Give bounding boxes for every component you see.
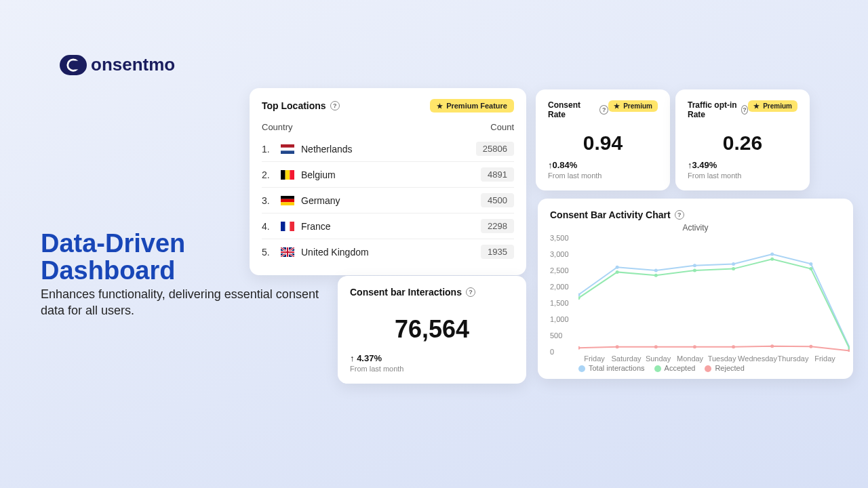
x-tick: Friday <box>809 354 841 363</box>
x-tick: Thursday <box>777 354 809 363</box>
star-icon: ★ <box>437 102 443 110</box>
svg-point-31 <box>578 346 580 350</box>
consent-rate-title: Consent Rate ? <box>548 100 608 119</box>
x-tick: Friday <box>578 354 610 363</box>
flag-icon <box>281 196 294 205</box>
x-tick: Wednesday <box>738 354 777 363</box>
svg-point-29 <box>809 267 812 270</box>
traffic-rate-value: 0.26 <box>688 131 797 155</box>
x-tick: Tuesday <box>706 354 738 363</box>
help-icon[interactable]: ? <box>599 105 608 115</box>
svg-point-34 <box>693 345 696 348</box>
location-rank: 3. <box>262 195 274 206</box>
help-icon[interactable]: ? <box>466 287 475 297</box>
traffic-rate-card: Traffic opt-in Rate ? ★ Premium 0.26 ↑3.… <box>675 89 810 190</box>
svg-rect-12 <box>285 222 290 231</box>
location-name: France <box>301 221 474 232</box>
x-tick: Monday <box>674 354 706 363</box>
y-tick: 3,000 <box>550 250 569 258</box>
flag-icon <box>281 144 294 154</box>
svg-point-32 <box>616 345 619 348</box>
location-name: Belgium <box>301 169 474 180</box>
legend-total: Total interactions <box>578 364 645 372</box>
location-name: Germany <box>301 195 474 206</box>
activity-chart-card: Consent Bar Activity Chart ? Activity 3,… <box>538 199 853 379</box>
svg-rect-11 <box>281 222 285 231</box>
consent-rate-change: ↑0.84% <box>548 160 658 170</box>
svg-rect-10 <box>281 202 294 205</box>
location-rank: 1. <box>262 144 274 155</box>
brand-logo: onsentmo <box>60 54 175 75</box>
location-row: 2.Belgium4891 <box>262 162 514 188</box>
svg-point-28 <box>770 258 774 261</box>
y-tick: 2,000 <box>550 283 569 291</box>
star-icon: ★ <box>753 102 760 110</box>
traffic-rate-title: Traffic opt-in Rate ? <box>688 100 748 119</box>
location-row: 1.Netherlands25806 <box>262 136 514 162</box>
svg-point-24 <box>616 270 619 274</box>
premium-badge[interactable]: ★ Premium Feature <box>430 99 514 113</box>
location-row: 3.Germany4500 <box>262 188 514 214</box>
svg-rect-7 <box>290 170 294 180</box>
y-tick: 3,500 <box>550 234 569 242</box>
top-locations-card: Top Locations ? ★ Premium Feature Countr… <box>250 88 526 275</box>
location-count: 4891 <box>481 167 514 182</box>
svg-point-17 <box>654 269 658 272</box>
premium-badge[interactable]: ★ Premium <box>608 100 658 112</box>
activity-chart-title: Consent Bar Activity Chart ? <box>550 209 841 220</box>
svg-point-21 <box>809 262 812 266</box>
interactions-title: Consent bar Interactions ? <box>350 287 514 298</box>
traffic-rate-from: From last month <box>688 171 797 180</box>
activity-chart-subtitle: Activity <box>550 223 841 232</box>
location-rank: 4. <box>262 221 274 232</box>
interactions-from: From last month <box>350 365 514 373</box>
svg-point-18 <box>693 264 696 267</box>
svg-point-20 <box>770 253 774 256</box>
svg-point-25 <box>654 274 658 277</box>
location-count: 4500 <box>481 193 514 207</box>
premium-badge[interactable]: ★ Premium <box>748 100 797 112</box>
x-tick: Sunday <box>642 354 674 363</box>
y-tick: 500 <box>550 331 562 340</box>
y-tick: 2,500 <box>550 266 569 274</box>
svg-rect-4 <box>281 150 294 154</box>
interactions-card: Consent bar Interactions ? 76,564 ↑ 4.37… <box>338 276 526 384</box>
column-header-count: Count <box>490 122 514 132</box>
column-header-country: Country <box>262 122 293 132</box>
y-tick: 1,000 <box>550 315 569 323</box>
svg-rect-9 <box>281 199 294 202</box>
hero-subtitle: Enhances functionality, delivering essen… <box>41 286 326 319</box>
svg-rect-13 <box>290 222 294 231</box>
location-row: 4.France2298 <box>262 214 514 239</box>
x-tick: Saturday <box>610 354 642 363</box>
svg-point-27 <box>732 267 735 270</box>
svg-point-26 <box>693 269 696 272</box>
svg-rect-3 <box>281 144 294 148</box>
y-tick: 1,500 <box>550 299 569 307</box>
svg-rect-1 <box>75 60 81 69</box>
svg-point-36 <box>770 344 774 348</box>
flag-icon <box>281 247 294 257</box>
logo-text: onsentmo <box>91 54 175 75</box>
svg-rect-8 <box>281 196 294 199</box>
legend-accepted: Accepted <box>654 364 696 372</box>
location-name: United Kingdom <box>301 247 474 258</box>
flag-icon <box>281 222 294 231</box>
interactions-value: 76,564 <box>350 315 514 344</box>
location-count: 25806 <box>476 142 514 156</box>
help-icon[interactable]: ? <box>330 101 340 110</box>
svg-rect-5 <box>281 170 285 180</box>
help-icon[interactable]: ? <box>675 210 684 220</box>
svg-point-35 <box>732 345 735 348</box>
y-tick: 0 <box>550 348 554 356</box>
location-count: 2298 <box>481 219 514 233</box>
location-name: Netherlands <box>301 144 469 155</box>
activity-chart: 3,5003,0002,5002,0001,5001,0005000 Frida… <box>550 238 841 363</box>
interactions-change: ↑ 4.37% <box>350 353 514 363</box>
flag-icon <box>281 170 294 180</box>
chart-legend: Total interactions Accepted Rejected <box>578 364 841 372</box>
help-icon[interactable]: ? <box>741 105 749 115</box>
consent-rate-value: 0.94 <box>548 131 658 155</box>
location-rank: 2. <box>262 169 274 180</box>
location-count: 1935 <box>481 245 514 259</box>
